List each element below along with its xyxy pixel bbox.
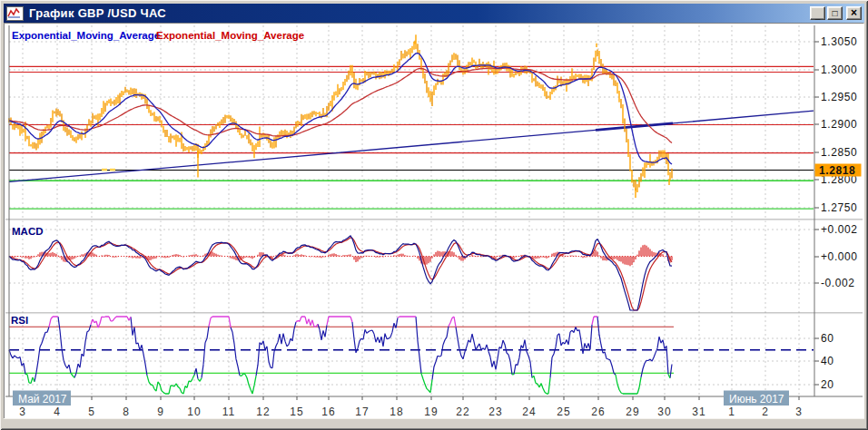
app-window: График GBP /USD ЧАС _ □ × 34589101112151… — [0, 0, 868, 430]
axis-label: +0.000 — [821, 250, 858, 263]
axis-label: 1.2750 — [821, 201, 857, 214]
chart-canvas[interactable]: 3458910111215161718192223242526293031123… — [5, 24, 863, 418]
chart-client: 3458910111215161718192223242526293031123… — [4, 23, 864, 419]
day-label: 12 — [256, 406, 270, 418]
day-label: 30 — [657, 406, 671, 418]
selection-handle[interactable] — [102, 169, 107, 171]
day-label: 5 — [88, 406, 95, 418]
window-bottom-frame — [4, 418, 864, 426]
day-label: 25 — [557, 406, 570, 418]
day-label: 11 — [222, 406, 235, 418]
rsi-label: RSI — [11, 315, 28, 326]
day-label: 1 — [728, 406, 735, 418]
axis-label: -0.002 — [821, 277, 855, 289]
day-label: 19 — [424, 406, 438, 418]
day-label: 9 — [157, 406, 164, 418]
ema-slow-label: Exponential_Moving_Average — [156, 30, 304, 41]
rsi-line-oversold — [25, 373, 670, 394]
month-badge-label: Июнь 2017 — [729, 393, 784, 406]
day-label: 4 — [54, 406, 61, 418]
close-button[interactable]: × — [846, 6, 862, 20]
day-label: 2 — [762, 406, 769, 418]
day-label: 22 — [456, 406, 469, 418]
day-label: 15 — [290, 406, 303, 418]
macd-signal-line — [9, 238, 672, 310]
day-label: 8 — [123, 406, 130, 418]
macd-histogram — [9, 245, 672, 267]
macd-label: MACD — [12, 226, 44, 237]
day-label: 10 — [187, 406, 201, 418]
day-label: 23 — [488, 406, 502, 418]
axis-label: 60 — [821, 332, 834, 345]
day-label: 26 — [591, 406, 605, 418]
day-label: 17 — [355, 406, 369, 418]
chart-icon — [6, 6, 24, 21]
macd-line — [9, 236, 672, 310]
ema-fast-label: Exponential_Moving_Average — [12, 30, 160, 41]
axis-label: 20 — [821, 378, 834, 391]
day-label: 24 — [522, 406, 536, 418]
day-label: 29 — [626, 406, 639, 418]
day-label: 18 — [390, 406, 403, 418]
window-controls: _ □ × — [808, 6, 862, 20]
title-bar[interactable]: График GBP /USD ЧАС _ □ × — [4, 4, 864, 23]
selection-handle[interactable] — [110, 169, 115, 171]
axis-label: 1.3000 — [821, 64, 857, 76]
minimize-icon: _ — [811, 11, 824, 19]
current-price-tag-label: 1.2818 — [819, 164, 855, 177]
month-badge-label: Май 2017 — [18, 393, 67, 406]
close-icon: × — [851, 6, 857, 19]
maximize-button[interactable]: □ — [827, 6, 843, 20]
axis-label: 40 — [821, 355, 834, 367]
window-title: График GBP /USD ЧАС — [29, 6, 166, 20]
axis-label: 1.2850 — [821, 146, 857, 159]
axis-label: 1.3050 — [821, 35, 857, 48]
day-label: 3 — [19, 406, 26, 418]
day-label: 3 — [795, 406, 803, 418]
axis-label: +0.002 — [821, 223, 858, 236]
day-label: 16 — [321, 406, 335, 418]
axis-label: 1.2900 — [821, 118, 857, 131]
maximize-icon: □ — [832, 8, 837, 18]
trendline[interactable] — [9, 111, 814, 181]
axis-label: 1.2950 — [821, 91, 857, 103]
day-label: 31 — [692, 406, 705, 418]
minimize-button[interactable]: _ — [810, 6, 825, 20]
